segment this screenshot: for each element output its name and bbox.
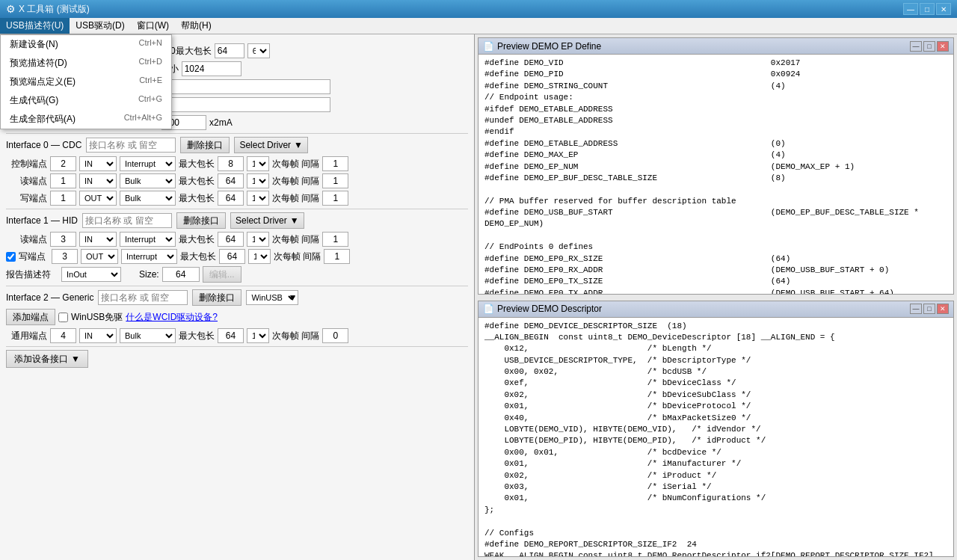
control-ep-maxpkt[interactable] [218,156,244,171]
driver2-select[interactable]: WinUSB [246,290,298,305]
minimize-button[interactable]: — [903,3,918,15]
if2-name-input[interactable] [98,290,188,305]
read-ep0-interval[interactable] [322,173,348,188]
control-ep-num[interactable] [50,156,76,171]
write-ep1-num[interactable] [52,249,78,264]
menu-help[interactable]: 帮助(H) [175,18,218,34]
gen-ep-interval[interactable] [322,328,348,343]
read-ep0-maxpkt[interactable] [218,173,244,188]
report-size-label: Size: [139,269,159,280]
maximize-button[interactable]: □ [920,3,935,15]
write-ep0-dir[interactable]: OUTIN [79,191,117,206]
menu-gen-code[interactable]: 生成代码(G) Ctrl+G [1,91,171,110]
mem-input[interactable] [182,61,241,76]
gen-ep-dir[interactable]: INOUT [79,328,117,343]
add-interface-row: 添加设备接口 ▼ [6,350,468,368]
control-ep-row: 控制端点 INOUT InterruptBulk 最大包长 1 次每帧 间隔 [6,156,468,171]
control-ep-maxpkt-label: 最大包长 [179,158,215,170]
winusb-exempt-checkbox[interactable] [58,313,68,322]
if1-label: Interface 1 — HID [6,215,78,226]
panel1-minimize[interactable]: — [910,41,922,52]
if0-label: Interface 0 — CDC [6,140,81,150]
read-ep1-num[interactable] [50,232,76,247]
read-ep1-type[interactable]: InterruptBulk [120,232,176,247]
ep-input[interactable] [215,43,244,58]
write-ep0-label: 写端点 [6,192,47,205]
write-ep1-mult[interactable]: 1 [248,249,271,264]
ep-define-content: #define DEMO_VID 0x2017 #define DEMO_PID… [478,55,953,294]
read-ep1-dir[interactable]: INOUT [79,232,117,247]
menu-preview-ep[interactable]: 预览端点定义(E) Ctrl+E [1,73,171,91]
report-type-select[interactable]: InOut [61,267,121,282]
write-ep1-label: 写端点 [19,250,49,263]
write-ep0-type[interactable]: BulkInterrupt [120,191,176,206]
panel1-maximize[interactable]: □ [923,41,935,52]
control-ep-interval[interactable] [322,156,348,171]
if2-label: Interface 2 — Generic [6,292,93,303]
read-ep0-interval-label: 次每帧 间隔 [272,175,319,188]
add-interface-btn[interactable]: 添加设备接口 ▼ [6,350,88,368]
gen-ep-interval-label: 次每帧 间隔 [272,330,319,342]
read-ep0-num[interactable] [50,173,76,188]
read-ep1-mult[interactable]: 1 [247,232,269,247]
if1-name-input[interactable] [82,213,172,228]
ep-select[interactable]: 64 [247,43,270,58]
panel2-close[interactable]: ✕ [937,304,949,314]
control-ep-label: 控制端点 [6,158,47,170]
control-ep-type[interactable]: InterruptBulk [120,156,176,171]
panel2-maximize[interactable]: □ [923,304,935,314]
panel1-close[interactable]: ✕ [937,41,949,52]
write-ep1-maxpkt[interactable] [219,249,245,264]
write-ep0-interval[interactable] [322,191,348,206]
wcid-link[interactable]: 什么是WCID驱动设备? [126,311,218,324]
if0-name-input[interactable] [86,138,176,153]
menu-usb-driver[interactable]: USB驱动(D) [70,18,130,34]
interface1-header: Interface 1 — HID 删除接口 Select Driver ▼ [6,212,468,229]
panel1-icon: 📄 [483,41,494,52]
read-ep0-mult[interactable]: 1 [247,173,269,188]
control-ep-mult[interactable]: 1 [247,156,269,171]
gen-ep-mult[interactable]: 1 [247,328,269,343]
panel2-minimize[interactable]: — [910,304,922,314]
gen-ep-row: 通用端点 INOUT BulkInterrupt 最大包长 1 次每帧 间隔 [6,328,468,343]
write-ep1-checkbox[interactable] [6,252,16,262]
read-ep1-maxpkt[interactable] [218,232,244,247]
select-driver0-btn[interactable]: Select Driver ▼ [234,137,308,153]
close-button[interactable]: ✕ [936,3,951,15]
report-row: 报告描述符 InOut Size: 编辑... [6,266,468,283]
descriptor-header: 📄 Preview DEMO Descriptor — □ ✕ [478,301,953,318]
write-ep0-num[interactable] [50,191,76,206]
add-ep-btn[interactable]: 添加端点 [6,309,55,325]
menu-new-device[interactable]: 新建设备(N) Ctrl+N [1,35,171,54]
right-panel: 📄 Preview DEMO EP Define — □ ✕ #define D… [475,34,957,560]
write-ep1-maxpkt-label: 最大包长 [180,250,216,263]
descriptor-content: #define DEMO_DEVICE_DESCRIPTOR_SIZE (18)… [478,318,953,557]
interface0-header: Interface 0 — CDC 删除接口 Select Driver ▼ [6,137,468,153]
control-ep-dir[interactable]: INOUT [79,156,117,171]
read-ep1-interval[interactable] [322,232,348,247]
menu-gen-all-code[interactable]: 生成全部代码(A) Ctrl+Alt+G [1,110,171,129]
gen-ep-num[interactable] [50,328,76,343]
menu-preview-desc[interactable]: 预览描述符(D) Ctrl+D [1,54,171,73]
write-ep1-type[interactable]: InterruptBulk [121,249,177,264]
read-ep0-type[interactable]: BulkInterrupt [120,173,176,188]
gen-ep-maxpkt[interactable] [218,328,244,343]
menu-usb-desc[interactable]: USB描述符(U) [0,18,70,34]
gen-ep-type[interactable]: BulkInterrupt [120,328,176,343]
write-ep1-dir[interactable]: OUTIN [81,249,118,264]
select-driver1-btn[interactable]: Select Driver ▼ [230,212,304,229]
report-size-input[interactable] [162,267,200,282]
delete-if2-btn[interactable]: 删除接口 [192,289,241,306]
menu-window[interactable]: 窗口(W) [131,18,175,34]
read-ep0-dir[interactable]: INOUT [79,173,117,188]
write-ep1-interval[interactable] [324,249,350,264]
descriptor-panel: 📄 Preview DEMO Descriptor — □ ✕ #define … [478,301,954,558]
write-ep0-mult[interactable]: 1 [247,191,269,206]
write-ep0-maxpkt[interactable] [218,191,244,206]
delete-if1-btn[interactable]: 删除接口 [176,212,226,229]
add-interface-arrow: ▼ [71,354,80,364]
descriptor-title: Preview DEMO Descriptor [497,304,602,314]
gen-ep-maxpkt-label: 最大包长 [179,330,215,342]
delete-if0-btn[interactable]: 删除接口 [180,137,230,153]
control-ep-interval-label: 次每帧 间隔 [272,158,319,170]
